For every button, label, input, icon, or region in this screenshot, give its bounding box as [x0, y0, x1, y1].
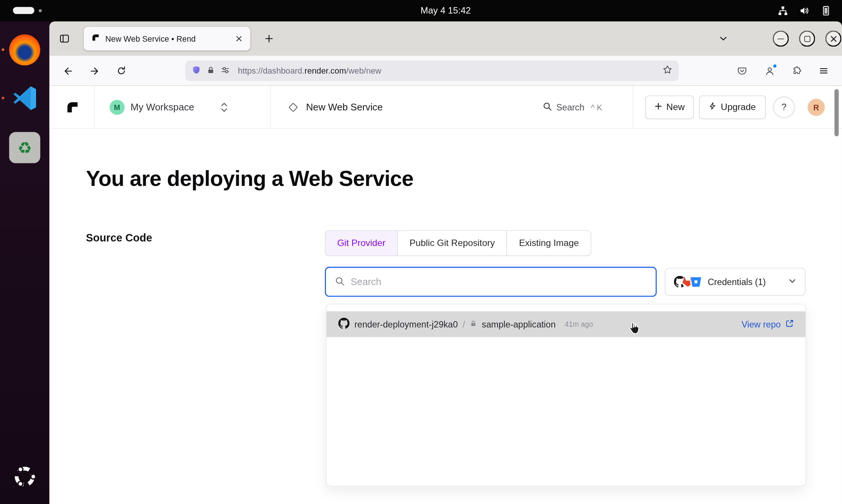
url-bar[interactable]: https://dashboard.render.com/web/new: [185, 60, 679, 81]
page-title: You are deploying a Web Service: [86, 166, 413, 190]
lock-icon: [470, 319, 477, 329]
app-header: M My Workspace New Web Service Search ^ …: [50, 86, 842, 129]
new-button[interactable]: New: [646, 95, 694, 119]
repo-row[interactable]: render-deployment-j29ka0 / sample-applic…: [326, 311, 805, 337]
forward-icon[interactable]: [85, 62, 104, 80]
desktop: May 4 15:42 ♻: [0, 0, 842, 504]
firefox-icon[interactable]: [9, 34, 40, 65]
upgrade-button[interactable]: Upgrade: [699, 95, 766, 119]
view-repo-link[interactable]: View repo: [741, 319, 794, 329]
workspace-switcher-icon[interactable]: [220, 101, 228, 115]
window-close-icon[interactable]: [825, 30, 842, 47]
help-button[interactable]: ?: [773, 97, 795, 118]
search-label: Search: [556, 102, 584, 112]
render-favicon-icon: [91, 33, 100, 44]
network-icon[interactable]: [777, 5, 788, 16]
lock-icon[interactable]: [207, 66, 214, 76]
firefox-view-icon[interactable]: [55, 30, 74, 48]
menu-icon[interactable]: [815, 62, 833, 80]
tab-close-icon[interactable]: [232, 32, 246, 45]
new-tab-icon[interactable]: [260, 30, 278, 48]
render-dashboard-page: M My Workspace New Web Service Search ^ …: [50, 86, 842, 504]
bolt-icon: [709, 102, 717, 113]
volume-icon[interactable]: [799, 5, 810, 16]
dock: ♻: [0, 21, 50, 504]
window-minimize-icon[interactable]: [773, 30, 789, 47]
header-divider: [270, 86, 270, 129]
user-avatar[interactable]: R: [807, 99, 825, 116]
search-icon: [335, 276, 345, 288]
source-code-label: Source Code: [86, 232, 152, 244]
account-notification-dot: [773, 64, 777, 68]
chevron-down-icon: [788, 277, 796, 287]
back-icon[interactable]: [59, 62, 77, 80]
system-bar: May 4 15:42: [0, 0, 842, 21]
tab-existing-image[interactable]: Existing Image: [507, 231, 591, 256]
source-tabs: Git Provider Public Git Repository Exist…: [325, 230, 591, 256]
repo-name: sample-application: [482, 319, 556, 329]
header-divider: [632, 86, 633, 129]
render-logo-icon[interactable]: [65, 100, 79, 114]
permissions-icon[interactable]: [221, 65, 230, 77]
external-link-icon: [786, 319, 794, 329]
breadcrumb: New Web Service: [306, 86, 383, 129]
battery-icon[interactable]: [821, 5, 831, 16]
repo-owner: render-deployment-j29ka0: [355, 319, 458, 329]
tab-title: New Web Service • Rend: [105, 34, 228, 43]
navigation-bar: https://dashboard.render.com/web/new: [50, 56, 842, 86]
service-diamond-icon: [289, 103, 298, 112]
repo-search-box: [325, 267, 657, 297]
activities-pill[interactable]: [13, 7, 34, 14]
mouse-cursor: [627, 321, 642, 340]
browser-window: New Web Service • Rend https://dashboard…: [50, 21, 842, 504]
workspace-name[interactable]: My Workspace: [130, 86, 194, 129]
clock[interactable]: May 4 15:42: [421, 0, 471, 21]
shield-icon[interactable]: [192, 65, 201, 77]
search-shortcut: ^ K: [591, 103, 602, 112]
browser-tab[interactable]: New Web Service • Rend: [84, 27, 250, 50]
firefox-running-indicator: [2, 48, 4, 51]
system-tray[interactable]: [777, 0, 831, 21]
tab-public-git-repository[interactable]: Public Git Repository: [397, 231, 507, 256]
workspace-avatar[interactable]: M: [110, 100, 125, 115]
reload-icon[interactable]: [112, 62, 131, 80]
window-restore-icon[interactable]: [799, 30, 815, 47]
extensions-icon[interactable]: [788, 62, 806, 80]
plus-icon: [655, 102, 662, 113]
credential-provider-icons: [674, 276, 702, 288]
tab-bar: New Web Service • Rend: [50, 21, 842, 56]
vscode-icon[interactable]: [9, 83, 40, 114]
header-divider: [95, 86, 95, 129]
credentials-label: Credentials (1): [708, 277, 766, 287]
global-search[interactable]: Search ^ K: [542, 86, 602, 129]
list-all-tabs-icon[interactable]: [714, 30, 733, 48]
bitbucket-icon: [690, 276, 702, 288]
vscode-running-indicator: [2, 97, 4, 99]
repo-updated-time: 41m ago: [565, 320, 593, 328]
workspace-dot: [39, 9, 42, 12]
repo-separator: /: [463, 319, 465, 329]
trash-icon[interactable]: ♻: [9, 132, 40, 163]
url-text[interactable]: https://dashboard.render.com/web/new: [238, 66, 656, 76]
credentials-dropdown[interactable]: Credentials (1): [665, 268, 806, 296]
github-icon: [338, 317, 350, 331]
repo-list-panel: render-deployment-j29ka0 / sample-applic…: [326, 304, 806, 486]
repo-search-input[interactable]: [351, 276, 647, 287]
search-icon: [542, 101, 552, 113]
tab-git-provider[interactable]: Git Provider: [325, 231, 397, 256]
pocket-icon[interactable]: [733, 62, 751, 80]
page-scrollbar[interactable]: [834, 89, 839, 136]
ubuntu-icon[interactable]: [10, 462, 40, 492]
bookmark-star-icon[interactable]: [662, 65, 672, 77]
account-icon[interactable]: [761, 62, 779, 80]
